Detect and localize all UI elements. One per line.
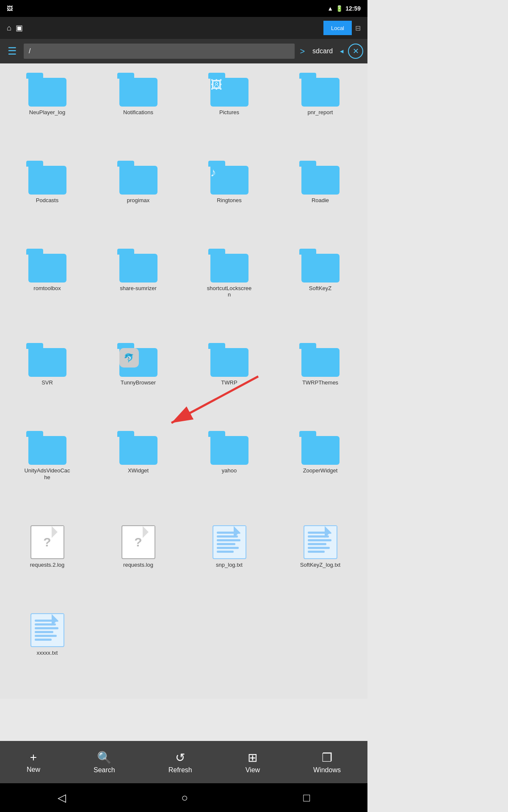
folder-body (119, 78, 157, 107)
file-item[interactable]: SVR (3, 338, 92, 424)
file-item[interactable]: xxxxx.txt (3, 608, 92, 694)
music-folder-icon: ♪ (210, 166, 216, 179)
file-item[interactable]: share-sumrizer (94, 244, 183, 336)
file-item[interactable]: snp_log.txt (185, 520, 274, 606)
file-item[interactable]: UnityAdsVideoCache (3, 426, 92, 518)
battery-icon: 🔋 (336, 5, 343, 12)
folder-icon-container (208, 249, 251, 283)
home-icon[interactable]: ⌂ (7, 24, 11, 33)
signal-icon: ◄ (339, 48, 345, 55)
folder-body: 🖼 (210, 78, 248, 107)
local-tab[interactable]: Local (323, 21, 352, 35)
folder-body (210, 254, 248, 283)
file-name: UnityAdsVideoCache (24, 467, 71, 480)
file-item[interactable]: ? requests.2.log (3, 520, 92, 606)
local-tab-label: Local (331, 25, 344, 31)
new-button[interactable]: + New (20, 747, 47, 777)
close-button[interactable]: ✕ (348, 44, 363, 59)
connected-icon: ⊟ (355, 24, 361, 32)
txt-file-icon (304, 525, 337, 559)
txt-line (217, 543, 235, 545)
file-name: Roadie (312, 197, 329, 204)
file-item[interactable]: ? requests.log (94, 520, 183, 606)
file-item[interactable]: shortcutLockscreen (185, 244, 274, 336)
back-button[interactable]: ◁ (49, 787, 75, 809)
file-name: ZooperWidget (303, 467, 338, 474)
file-name: TunnyBrowser (121, 379, 156, 386)
new-icon: + (30, 751, 37, 764)
path-arrow: > (298, 47, 306, 56)
txt-line (35, 620, 58, 622)
file-item[interactable]: ♪ Ringtones (185, 156, 274, 242)
file-item[interactable]: Notifications (94, 68, 183, 154)
home-nav-button[interactable]: ○ (173, 787, 196, 809)
file-name: NeuPlayer_log (29, 109, 65, 116)
tablet-icon[interactable]: ▣ (16, 23, 23, 33)
folder-body (301, 436, 340, 465)
file-item[interactable]: Roadie (276, 156, 365, 242)
windows-button[interactable]: ❐ Windows (306, 747, 348, 777)
folder-body (210, 348, 248, 377)
folder-icon-container (208, 343, 251, 377)
refresh-button[interactable]: ↺ Refresh (162, 747, 199, 777)
file-item[interactable]: TWRP (185, 338, 274, 424)
folder-body (301, 78, 340, 107)
file-item[interactable]: Podcasts (3, 156, 92, 242)
status-bar: 🖼 ▲ 🔋 12:59 (0, 0, 367, 17)
file-item[interactable]: TWRPThemes (276, 338, 365, 424)
folder-icon-container (26, 73, 69, 107)
folder-body (28, 166, 66, 195)
file-grid: NeuPlayer_log Notifications 🖼 Pictures (0, 63, 367, 699)
file-item[interactable]: 🐬 TunnyBrowser (94, 338, 183, 424)
file-name: shortcutLockscreen (206, 285, 253, 298)
folder-body (301, 254, 340, 283)
folder-icon-container (117, 161, 160, 195)
file-name: SoftKeyZ (309, 285, 331, 292)
menu-button[interactable]: ☰ (4, 42, 20, 60)
file-item[interactable]: yahoo (185, 426, 274, 518)
file-item[interactable]: pnr_report (276, 68, 365, 154)
time-display: 12:59 (345, 5, 361, 12)
status-bar-left: 🖼 (7, 5, 13, 12)
refresh-icon: ↺ (175, 751, 185, 765)
folder-body: ♪ (210, 166, 248, 195)
folder-icon-container (299, 161, 342, 195)
view-button[interactable]: ⊞ View (239, 747, 267, 777)
txt-line (308, 551, 325, 553)
file-item[interactable]: progimax (94, 156, 183, 242)
txt-line (217, 551, 234, 553)
folder-icon-container (26, 249, 69, 283)
file-name: SoftKeyZ_log.txt (300, 562, 340, 568)
folder-icon-container (299, 431, 342, 465)
search-button[interactable]: 🔍 Search (87, 747, 122, 777)
file-item[interactable]: XWidget (94, 426, 183, 518)
toolbar: ☰ / > sdcard ◄ ✕ (0, 39, 367, 63)
file-name: yahoo (222, 467, 237, 474)
file-name: snp_log.txt (216, 562, 243, 568)
folder-body (210, 436, 248, 465)
menu-icon: ☰ (8, 45, 17, 57)
file-item[interactable]: ZooperWidget (276, 426, 365, 518)
file-name: requests.log (123, 562, 153, 568)
file-item[interactable]: SoftKeyZ_log.txt (276, 520, 365, 606)
folder-icon-container: ♪ (208, 161, 251, 195)
file-item[interactable]: romtoolbox (3, 244, 92, 336)
file-name: XWidget (128, 467, 149, 474)
folder-icon-container (208, 431, 251, 465)
file-item[interactable]: SoftKeyZ (276, 244, 365, 336)
folder-icon-container: 🖼 (208, 73, 251, 107)
file-name: share-sumrizer (120, 285, 157, 292)
folder-icon-container (26, 161, 69, 195)
recents-button[interactable]: □ (295, 787, 318, 809)
search-icon: 🔍 (97, 751, 112, 765)
file-item[interactable]: 🖼 Pictures (185, 68, 274, 154)
file-item[interactable]: NeuPlayer_log (3, 68, 92, 154)
file-name: TWRPThemes (302, 379, 338, 386)
view-icon: ⊞ (248, 751, 257, 765)
file-name: pnr_report (308, 109, 333, 116)
location-label: sdcard (310, 47, 335, 55)
folder-body (119, 166, 157, 195)
txt-file-icon (30, 613, 64, 647)
folder-body (301, 348, 340, 377)
txt-line (35, 631, 53, 633)
